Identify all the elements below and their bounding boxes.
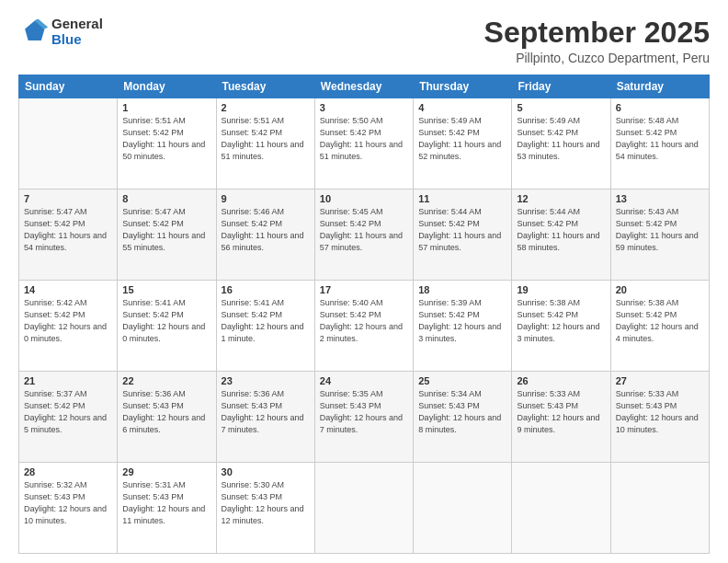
day-info: Sunrise: 5:50 AM Sunset: 5:42 PM Dayligh… [320, 115, 408, 163]
table-row: 3Sunrise: 5:50 AM Sunset: 5:42 PM Daylig… [314, 98, 413, 190]
day-number: 27 [616, 375, 704, 386]
day-info: Sunrise: 5:38 AM Sunset: 5:42 PM Dayligh… [517, 297, 605, 345]
title-section: September 2025 Pillpinto, Cuzco Departme… [484, 17, 710, 65]
calendar-week-row: 14Sunrise: 5:42 AM Sunset: 5:42 PM Dayli… [19, 281, 710, 372]
table-row [19, 98, 118, 190]
col-thursday: Thursday [414, 75, 512, 98]
day-number: 11 [418, 193, 506, 204]
day-info: Sunrise: 5:34 AM Sunset: 5:43 PM Dayligh… [418, 388, 506, 436]
day-info: Sunrise: 5:47 AM Sunset: 5:42 PM Dayligh… [24, 206, 112, 254]
table-row: 21Sunrise: 5:37 AM Sunset: 5:42 PM Dayli… [19, 372, 118, 463]
day-number: 4 [418, 102, 506, 113]
table-row: 5Sunrise: 5:49 AM Sunset: 5:42 PM Daylig… [512, 98, 610, 190]
day-number: 7 [24, 193, 112, 204]
table-row: 18Sunrise: 5:39 AM Sunset: 5:42 PM Dayli… [414, 281, 512, 372]
logo: General Blue [18, 17, 103, 47]
logo-blue-text: Blue [51, 32, 103, 48]
day-number: 30 [222, 466, 310, 477]
day-number: 15 [122, 284, 210, 295]
day-info: Sunrise: 5:48 AM Sunset: 5:42 PM Dayligh… [616, 115, 704, 163]
day-number: 22 [122, 375, 210, 386]
table-row: 19Sunrise: 5:38 AM Sunset: 5:42 PM Dayli… [512, 281, 610, 372]
day-number: 13 [616, 193, 704, 204]
day-info: Sunrise: 5:41 AM Sunset: 5:42 PM Dayligh… [122, 297, 210, 345]
day-info: Sunrise: 5:51 AM Sunset: 5:42 PM Dayligh… [122, 115, 210, 163]
day-info: Sunrise: 5:44 AM Sunset: 5:42 PM Dayligh… [418, 206, 506, 254]
table-row: 13Sunrise: 5:43 AM Sunset: 5:42 PM Dayli… [610, 190, 709, 281]
table-row: 22Sunrise: 5:36 AM Sunset: 5:43 PM Dayli… [118, 372, 216, 463]
weekday-header-row: Sunday Monday Tuesday Wednesday Thursday… [19, 75, 710, 98]
day-number: 23 [222, 375, 310, 386]
calendar-week-row: 21Sunrise: 5:37 AM Sunset: 5:42 PM Dayli… [19, 372, 710, 463]
col-monday: Monday [118, 75, 216, 98]
day-info: Sunrise: 5:39 AM Sunset: 5:42 PM Dayligh… [418, 297, 506, 345]
table-row: 28Sunrise: 5:32 AM Sunset: 5:43 PM Dayli… [19, 463, 118, 554]
day-info: Sunrise: 5:30 AM Sunset: 5:43 PM Dayligh… [222, 479, 310, 527]
day-info: Sunrise: 5:36 AM Sunset: 5:43 PM Dayligh… [122, 388, 210, 436]
day-info: Sunrise: 5:31 AM Sunset: 5:43 PM Dayligh… [122, 479, 210, 527]
day-info: Sunrise: 5:36 AM Sunset: 5:43 PM Dayligh… [222, 388, 310, 436]
day-info: Sunrise: 5:43 AM Sunset: 5:42 PM Dayligh… [616, 206, 704, 254]
day-number: 1 [122, 102, 210, 113]
day-number: 8 [122, 193, 210, 204]
header: General Blue September 2025 Pillpinto, C… [18, 17, 710, 65]
table-row: 1Sunrise: 5:51 AM Sunset: 5:42 PM Daylig… [118, 98, 216, 190]
day-number: 19 [517, 284, 605, 295]
col-tuesday: Tuesday [216, 75, 314, 98]
col-wednesday: Wednesday [314, 75, 413, 98]
day-info: Sunrise: 5:46 AM Sunset: 5:42 PM Dayligh… [222, 206, 310, 254]
day-info: Sunrise: 5:40 AM Sunset: 5:42 PM Dayligh… [320, 297, 408, 345]
table-row: 30Sunrise: 5:30 AM Sunset: 5:43 PM Dayli… [216, 463, 314, 554]
day-number: 17 [320, 284, 408, 295]
table-row [414, 463, 512, 554]
month-title: September 2025 [484, 17, 710, 49]
day-number: 24 [320, 375, 408, 386]
col-friday: Friday [512, 75, 610, 98]
day-number: 3 [320, 102, 408, 113]
day-info: Sunrise: 5:49 AM Sunset: 5:42 PM Dayligh… [418, 115, 506, 163]
calendar-week-row: 1Sunrise: 5:51 AM Sunset: 5:42 PM Daylig… [19, 98, 710, 190]
col-sunday: Sunday [19, 75, 118, 98]
day-info: Sunrise: 5:44 AM Sunset: 5:42 PM Dayligh… [517, 206, 605, 254]
table-row: 6Sunrise: 5:48 AM Sunset: 5:42 PM Daylig… [610, 98, 709, 190]
day-number: 20 [616, 284, 704, 295]
table-row: 27Sunrise: 5:33 AM Sunset: 5:43 PM Dayli… [610, 372, 709, 463]
logo-general-text: General [51, 17, 103, 32]
calendar-week-row: 7Sunrise: 5:47 AM Sunset: 5:42 PM Daylig… [19, 190, 710, 281]
table-row: 29Sunrise: 5:31 AM Sunset: 5:43 PM Dayli… [118, 463, 216, 554]
calendar-table: Sunday Monday Tuesday Wednesday Thursday… [18, 75, 710, 554]
day-number: 9 [222, 193, 310, 204]
day-number: 5 [517, 102, 605, 113]
day-number: 29 [122, 466, 210, 477]
day-number: 10 [320, 193, 408, 204]
day-number: 25 [418, 375, 506, 386]
table-row: 20Sunrise: 5:38 AM Sunset: 5:42 PM Dayli… [610, 281, 709, 372]
day-info: Sunrise: 5:47 AM Sunset: 5:42 PM Dayligh… [122, 206, 210, 254]
table-row: 10Sunrise: 5:45 AM Sunset: 5:42 PM Dayli… [314, 190, 413, 281]
logo-text: General Blue [51, 17, 103, 47]
table-row: 23Sunrise: 5:36 AM Sunset: 5:43 PM Dayli… [216, 372, 314, 463]
table-row: 16Sunrise: 5:41 AM Sunset: 5:42 PM Dayli… [216, 281, 314, 372]
day-number: 16 [222, 284, 310, 295]
table-row: 4Sunrise: 5:49 AM Sunset: 5:42 PM Daylig… [414, 98, 512, 190]
table-row: 8Sunrise: 5:47 AM Sunset: 5:42 PM Daylig… [118, 190, 216, 281]
table-row: 17Sunrise: 5:40 AM Sunset: 5:42 PM Dayli… [314, 281, 413, 372]
table-row: 15Sunrise: 5:41 AM Sunset: 5:42 PM Dayli… [118, 281, 216, 372]
day-info: Sunrise: 5:37 AM Sunset: 5:42 PM Dayligh… [24, 388, 112, 436]
day-info: Sunrise: 5:33 AM Sunset: 5:43 PM Dayligh… [517, 388, 605, 436]
day-info: Sunrise: 5:32 AM Sunset: 5:43 PM Dayligh… [24, 479, 112, 527]
day-number: 21 [24, 375, 112, 386]
day-info: Sunrise: 5:51 AM Sunset: 5:42 PM Dayligh… [222, 115, 310, 163]
day-info: Sunrise: 5:42 AM Sunset: 5:42 PM Dayligh… [24, 297, 112, 345]
table-row: 2Sunrise: 5:51 AM Sunset: 5:42 PM Daylig… [216, 98, 314, 190]
page: General Blue September 2025 Pillpinto, C… [0, 0, 728, 563]
day-number: 6 [616, 102, 704, 113]
day-number: 18 [418, 284, 506, 295]
day-number: 28 [24, 466, 112, 477]
day-info: Sunrise: 5:38 AM Sunset: 5:42 PM Dayligh… [616, 297, 704, 345]
day-info: Sunrise: 5:45 AM Sunset: 5:42 PM Dayligh… [320, 206, 408, 254]
location-subtitle: Pillpinto, Cuzco Department, Peru [484, 51, 710, 65]
day-info: Sunrise: 5:49 AM Sunset: 5:42 PM Dayligh… [517, 115, 605, 163]
table-row: 24Sunrise: 5:35 AM Sunset: 5:43 PM Dayli… [314, 372, 413, 463]
day-info: Sunrise: 5:33 AM Sunset: 5:43 PM Dayligh… [616, 388, 704, 436]
